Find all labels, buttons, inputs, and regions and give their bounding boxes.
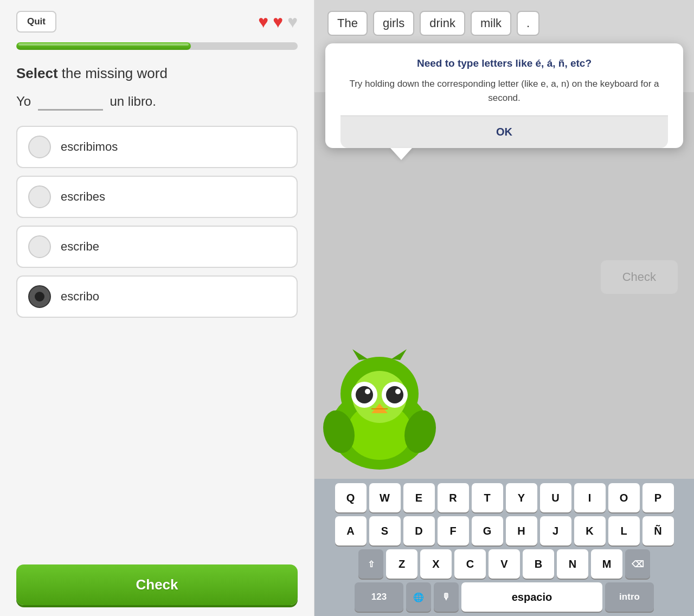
word-chip-drink: drink bbox=[420, 11, 465, 36]
tooltip-ok-button[interactable]: OK bbox=[340, 116, 668, 148]
key-h[interactable]: H bbox=[506, 516, 537, 546]
progress-bar bbox=[16, 42, 298, 50]
key-e[interactable]: E bbox=[403, 483, 435, 512]
key-d[interactable]: D bbox=[403, 516, 435, 546]
keyboard-row-2: A S D F G H J K L Ñ bbox=[317, 516, 692, 546]
key-mic[interactable]: 🎙 bbox=[434, 582, 459, 612]
tooltip-body: Try holding down the corresponding lette… bbox=[340, 77, 668, 105]
keyboard-row-3: ⇧ Z X C V B N M ⌫ bbox=[317, 549, 692, 579]
word-chip-milk: milk bbox=[471, 11, 511, 36]
key-w[interactable]: W bbox=[369, 483, 401, 512]
quit-button[interactable]: Quit bbox=[16, 11, 56, 33]
svg-marker-14 bbox=[352, 349, 368, 360]
option-label-escribes: escribes bbox=[61, 190, 105, 204]
key-intro[interactable]: intro bbox=[605, 582, 654, 612]
key-k[interactable]: K bbox=[574, 516, 606, 546]
key-x[interactable]: X bbox=[420, 549, 452, 579]
key-t[interactable]: T bbox=[472, 483, 503, 512]
key-u[interactable]: U bbox=[540, 483, 571, 512]
right-panel: The girls drink milk . Spanish translati… bbox=[314, 0, 694, 616]
svg-point-7 bbox=[386, 386, 403, 403]
option-label-escribimos: escribimos bbox=[61, 140, 118, 154]
key-z[interactable]: Z bbox=[386, 549, 417, 579]
sentence-chips: The girls drink milk . bbox=[314, 0, 694, 44]
option-escribes[interactable]: escribes bbox=[16, 176, 298, 218]
hearts: ♥ ♥ ♥ bbox=[258, 12, 298, 32]
key-r[interactable]: R bbox=[438, 483, 469, 512]
option-escribimos[interactable]: escribimos bbox=[16, 126, 298, 168]
instruction-bold: Select bbox=[16, 65, 58, 81]
svg-point-8 bbox=[365, 389, 370, 394]
spacebar-key[interactable]: espacio bbox=[461, 582, 602, 612]
key-n-tilde[interactable]: Ñ bbox=[642, 516, 674, 546]
key-j[interactable]: J bbox=[540, 516, 571, 546]
key-c[interactable]: C bbox=[454, 549, 486, 579]
radio-escribe[interactable] bbox=[28, 235, 51, 258]
key-v[interactable]: V bbox=[489, 549, 520, 579]
key-i[interactable]: I bbox=[574, 483, 606, 512]
key-o[interactable]: O bbox=[608, 483, 640, 512]
top-bar: Quit ♥ ♥ ♥ bbox=[16, 11, 298, 33]
svg-marker-15 bbox=[391, 349, 407, 360]
option-escribe[interactable]: escribe bbox=[16, 226, 298, 268]
key-123[interactable]: 123 bbox=[355, 582, 403, 612]
tooltip-overlay: Need to type letters like é, á, ñ, etc? … bbox=[325, 43, 683, 160]
heart-1: ♥ bbox=[258, 12, 268, 32]
sentence: Yo un libro. bbox=[16, 94, 298, 111]
heart-3: ♥ bbox=[287, 12, 298, 32]
owl-mascot bbox=[320, 345, 439, 470]
word-chip-period: . bbox=[517, 11, 539, 36]
key-b[interactable]: B bbox=[523, 549, 554, 579]
sentence-before: Yo bbox=[16, 94, 31, 108]
radio-escribo[interactable] bbox=[28, 285, 51, 308]
word-chip-girls: girls bbox=[373, 11, 414, 36]
heart-2: ♥ bbox=[273, 12, 283, 32]
option-label-escribo: escribo bbox=[61, 290, 99, 304]
sentence-blank bbox=[38, 94, 103, 111]
key-globe[interactable]: 🌐 bbox=[406, 582, 431, 612]
svg-point-6 bbox=[356, 386, 373, 403]
key-a[interactable]: A bbox=[335, 516, 367, 546]
delete-key[interactable]: ⌫ bbox=[625, 549, 650, 579]
key-g[interactable]: G bbox=[472, 516, 503, 546]
word-chip-the: The bbox=[327, 11, 368, 36]
svg-point-9 bbox=[395, 389, 401, 394]
option-escribo[interactable]: escribo bbox=[16, 275, 298, 318]
check-button-right[interactable]: Check bbox=[601, 260, 678, 294]
key-s[interactable]: S bbox=[369, 516, 401, 546]
sentence-after: un libro. bbox=[110, 94, 156, 108]
key-n[interactable]: N bbox=[557, 549, 588, 579]
instruction: Select the missing word bbox=[16, 65, 298, 82]
key-l[interactable]: L bbox=[608, 516, 640, 546]
tooltip-title: Need to type letters like é, á, ñ, etc? bbox=[340, 57, 668, 69]
keyboard-bottom-row: 123 🌐 🎙 espacio intro bbox=[317, 582, 692, 612]
left-panel: Quit ♥ ♥ ♥ Select the missing word Yo un… bbox=[0, 0, 314, 616]
keyboard: Q W E R T Y U I O P A S D F G H J K L Ñ … bbox=[314, 479, 694, 616]
instruction-rest: the missing word bbox=[58, 65, 168, 81]
tooltip-tail bbox=[390, 148, 412, 160]
options-list: escribimos escribes escribe escribo bbox=[16, 126, 298, 548]
option-label-escribe: escribe bbox=[61, 240, 99, 254]
progress-fill bbox=[16, 42, 191, 50]
radio-escribimos[interactable] bbox=[28, 136, 51, 158]
key-p[interactable]: P bbox=[642, 483, 674, 512]
radio-escribes[interactable] bbox=[28, 185, 51, 208]
keyboard-row-1: Q W E R T Y U I O P bbox=[317, 483, 692, 512]
key-m[interactable]: M bbox=[591, 549, 622, 579]
key-y[interactable]: Y bbox=[506, 483, 537, 512]
check-button-left[interactable]: Check bbox=[16, 564, 298, 605]
tooltip-box: Need to type letters like é, á, ñ, etc? … bbox=[325, 43, 683, 148]
key-f[interactable]: F bbox=[438, 516, 469, 546]
shift-key[interactable]: ⇧ bbox=[358, 549, 383, 579]
key-q[interactable]: Q bbox=[335, 483, 367, 512]
